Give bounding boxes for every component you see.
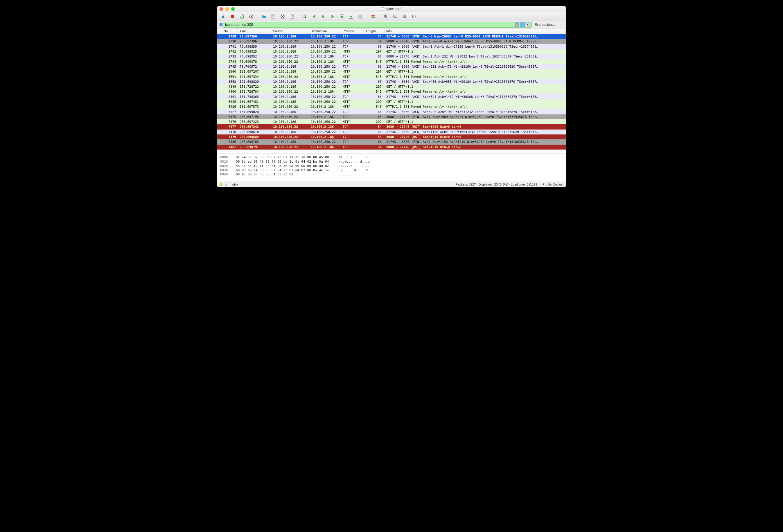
- packet-row[interactable]: 4400151.72878410.100.250.2210.100.2.186H…: [217, 89, 566, 94]
- colorize-button[interactable]: [369, 13, 377, 20]
- display-filter-input[interactable]: tcp.stream eq 308 ✕ → ▾: [223, 22, 532, 28]
- packet-row[interactable]: 7476256.69722310.100.2.18610.100.250.22H…: [217, 119, 566, 124]
- expert-info-button[interactable]: [220, 183, 222, 186]
- cell-len: 66: [364, 80, 384, 84]
- cell-source: 10.100.2.186: [271, 70, 309, 73]
- packet-row[interactable]: 279576.70057210.100.2.18610.100.250.22TC…: [217, 64, 566, 69]
- cell-proto: HTTP: [341, 90, 364, 94]
- packet-row[interactable]: 3660121.69720710.100.2.18610.100.250.22H…: [217, 69, 566, 74]
- cell-time: 121.698829: [238, 80, 271, 84]
- cell-len: 297: [364, 50, 384, 54]
- find-packet-button[interactable]: [301, 13, 308, 20]
- auto-scroll-button[interactable]: [357, 13, 364, 20]
- packet-row[interactable]: 7475256.69719510.100.250.2210.100.2.186T…: [217, 115, 566, 119]
- edit-icon[interactable]: [225, 183, 228, 186]
- cell-proto: HTTP: [341, 75, 364, 79]
- filter-bookmark-button[interactable]: [219, 22, 223, 28]
- cell-proto: HTTP: [341, 70, 364, 73]
- packet-list-header[interactable]: No. Time Source Destination Protocol Len…: [217, 28, 566, 34]
- cell-source: 10.100.250.22: [271, 90, 309, 94]
- cell-dest: 10.100.2.186: [309, 125, 341, 129]
- cell-time: 256.697223: [238, 120, 271, 124]
- cell-info: 8080 → 21746 [RST] Seq=1910 Win=0 Len=0: [384, 145, 566, 149]
- cell-len: 66: [364, 115, 384, 119]
- close-window-button[interactable]: [220, 7, 223, 11]
- packet-row[interactable]: 279476.69907810.100.250.2210.100.2.186HT…: [217, 59, 566, 64]
- zoom-reset-button[interactable]: [401, 13, 408, 20]
- close-file-button[interactable]: [279, 13, 286, 20]
- packet-row[interactable]: 7480256.69878510.100.2.18610.100.250.22T…: [217, 139, 566, 144]
- hex-row[interactable]: 003069 03 6a 14 00 00 02 04 23 01 04 02 …: [220, 168, 563, 173]
- packet-row[interactable]: 7479256.69868910.100.250.2210.100.2.186T…: [217, 134, 566, 139]
- cell-no: 4400: [222, 90, 238, 94]
- col-header-no[interactable]: No.: [222, 28, 238, 34]
- minimize-window-button[interactable]: [225, 7, 229, 11]
- cell-time: 256.698689: [238, 135, 271, 139]
- cell-info: GET / HTTP/1.1: [384, 120, 566, 124]
- titlebar[interactable]: nginx.cap2: [217, 6, 566, 12]
- filter-history-dropdown[interactable]: ▾: [526, 22, 530, 27]
- filter-expression-button[interactable]: Expression…: [532, 23, 558, 27]
- cell-len: 543: [364, 90, 384, 94]
- zoom-out-button[interactable]: [392, 13, 399, 20]
- packet-row[interactable]: 7477256.69724210.100.250.2210.100.2.186T…: [217, 124, 566, 129]
- app-window: nginx.cap2 tcp.stream eq 308: [217, 6, 566, 187]
- cell-len: 54: [364, 125, 384, 129]
- packet-row[interactable]: 3662121.69882910.100.2.18610.100.250.22T…: [217, 79, 566, 84]
- col-header-dest[interactable]: Destination: [309, 28, 341, 34]
- svg-line-33: [405, 17, 407, 19]
- cell-dest: 10.100.250.22: [309, 130, 341, 134]
- hex-pane[interactable]: 000002 24 5c 82 83 5e 02 7c 87 11 a5 1a …: [217, 154, 566, 181]
- go-back-button[interactable]: [310, 13, 318, 20]
- hex-row[interactable]: 001000 3c ad 06 40 00 ff 06 bd 1c 0a 64 …: [220, 160, 563, 164]
- zoom-in-button[interactable]: [382, 13, 390, 20]
- hex-row[interactable]: 0020fa 16 54 f2 1f 90 d1 2a ab 9a 00 00 …: [220, 164, 563, 168]
- packet-list[interactable]: ┌278976.69735610.100.2.18610.100.250.22T…: [217, 34, 566, 153]
- clear-filter-button[interactable]: ✕: [514, 22, 519, 27]
- restart-capture-button[interactable]: [238, 13, 246, 20]
- shark-fin-icon[interactable]: [220, 13, 227, 20]
- packet-row[interactable]: 279276.69892510.100.2.18610.100.250.22HT…: [217, 49, 566, 54]
- packet-row[interactable]: 279376.69895210.100.250.2210.100.2.186TC…: [217, 54, 566, 59]
- packet-row[interactable]: 279176.69885910.100.2.18610.100.250.22TC…: [217, 44, 566, 49]
- packet-row[interactable]: 7478256.69867810.100.2.18610.100.250.22T…: [217, 129, 566, 134]
- col-header-time[interactable]: Time: [238, 28, 271, 34]
- hex-row[interactable]: 000002 24 5c 82 83 5e 02 7c 87 11 a5 1a …: [220, 155, 563, 160]
- add-filter-button[interactable]: +: [558, 22, 564, 27]
- packet-row[interactable]: 279076.69739610.100.250.2210.100.2.186TC…: [217, 39, 566, 44]
- resize-columns-button[interactable]: [410, 13, 418, 20]
- save-file-button[interactable]: [270, 13, 277, 20]
- packet-row[interactable]: 5025181.69748110.100.2.18610.100.250.22H…: [217, 99, 566, 104]
- cell-len: 54: [364, 135, 384, 139]
- cell-source: 10.100.2.186: [271, 140, 309, 144]
- cell-proto: HTTP: [341, 120, 364, 124]
- open-file-button[interactable]: [260, 13, 268, 20]
- packet-row[interactable]: 4399151.72872210.100.2.18610.100.250.22H…: [217, 84, 566, 89]
- reload-file-button[interactable]: [288, 13, 296, 20]
- window-title: nginx.cap2: [217, 7, 566, 11]
- zoom-window-button[interactable]: [231, 7, 235, 11]
- status-profile[interactable]: Profile: Default: [542, 183, 563, 186]
- cell-dest: 10.100.250.22: [309, 110, 341, 114]
- go-to-packet-button[interactable]: [329, 13, 336, 20]
- capture-options-button[interactable]: [247, 13, 255, 20]
- col-header-proto[interactable]: Protocol: [341, 28, 364, 34]
- packet-row[interactable]: ┌278976.69735610.100.2.18610.100.250.22T…: [217, 34, 566, 39]
- packet-row[interactable]: 4401151.73036510.100.2.18610.100.250.22T…: [217, 94, 566, 99]
- packet-row[interactable]: 3661121.69733410.100.250.2210.100.2.186H…: [217, 74, 566, 79]
- packet-row[interactable]: 5027181.69902010.100.2.18610.100.250.22T…: [217, 109, 566, 114]
- hex-offset: 0040: [220, 173, 230, 177]
- hex-row[interactable]: 004006 9c 00 00 00 00 01 03 03 08.......…: [220, 173, 563, 177]
- stop-capture-button[interactable]: [229, 13, 237, 20]
- apply-filter-button[interactable]: →: [520, 22, 525, 27]
- packet-row[interactable]: └7481256.69879110.100.250.2210.100.2.186…: [217, 145, 566, 150]
- cell-no: 7481: [222, 145, 238, 149]
- go-forward-button[interactable]: [319, 13, 327, 20]
- col-header-info[interactable]: Info: [384, 28, 566, 34]
- col-header-source[interactable]: Source: [271, 28, 309, 34]
- go-last-button[interactable]: [347, 13, 355, 20]
- go-first-button[interactable]: [338, 13, 346, 20]
- cell-len: 74: [364, 39, 384, 43]
- col-header-len[interactable]: Length: [364, 28, 384, 34]
- packet-row[interactable]: 5026181.69757310.100.250.2210.100.2.186H…: [217, 104, 566, 109]
